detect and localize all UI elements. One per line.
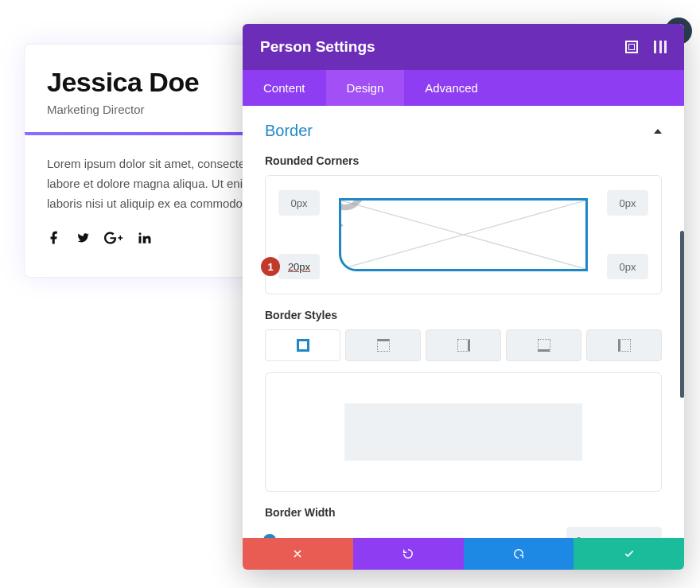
annotation-badge-1: 1 (261, 257, 280, 276)
border-style-right[interactable] (426, 329, 501, 361)
panel-title: Person Settings (260, 38, 375, 56)
square-right-icon (457, 339, 470, 352)
square-left-icon (618, 339, 631, 352)
facebook-icon[interactable] (47, 231, 61, 245)
rounded-corners-label: Rounded Corners (265, 154, 662, 167)
panel-tabs: Content Design Advanced (243, 70, 684, 106)
corners-preview[interactable] (339, 198, 588, 271)
cancel-button[interactable] (243, 538, 353, 570)
chevron-up-icon (654, 129, 662, 134)
panel-body: Border Rounded Corners 0px 0px 20px 0px … (243, 106, 684, 538)
check-icon (624, 548, 635, 559)
corner-bottom-right-input[interactable]: 0px (607, 254, 648, 279)
link-icon (339, 198, 464, 235)
border-width-label: Border Width (265, 506, 662, 519)
settings-panel: Person Settings Content Design Advanced … (243, 24, 684, 570)
border-style-all[interactable] (265, 329, 340, 361)
border-style-bottom[interactable] (506, 329, 581, 361)
border-style-preview-inner (344, 403, 581, 460)
twitter-icon[interactable] (76, 231, 90, 245)
square-top-icon (377, 339, 390, 352)
close-icon (292, 548, 303, 559)
border-width-input[interactable]: 0px (566, 527, 662, 538)
border-style-preview (265, 372, 662, 492)
square-bottom-icon (538, 339, 550, 352)
scrollbar-thumb[interactable] (680, 231, 684, 398)
redo-icon (513, 548, 524, 559)
border-style-top[interactable] (345, 329, 421, 361)
expand-icon[interactable] (625, 41, 638, 53)
undo-icon (402, 548, 414, 559)
section-border-title: Border (265, 122, 313, 140)
corner-top-left-input[interactable]: 0px (278, 190, 320, 216)
corner-bottom-left-input[interactable]: 20px (278, 254, 320, 279)
rounded-corners-control: 0px 0px 20px 0px 1 (265, 175, 662, 294)
tab-advanced[interactable]: Advanced (404, 70, 499, 106)
tab-content[interactable]: Content (243, 70, 326, 106)
square-all-icon (297, 339, 309, 352)
google-plus-icon[interactable] (104, 231, 123, 245)
border-style-left[interactable] (586, 329, 662, 361)
linkedin-icon[interactable] (138, 231, 152, 245)
drag-handle-icon[interactable] (654, 41, 667, 53)
corner-top-right-input[interactable]: 0px (607, 190, 648, 216)
panel-action-bar (243, 538, 684, 570)
border-style-buttons (265, 329, 662, 361)
section-border-toggle[interactable]: Border (265, 122, 662, 140)
save-button[interactable] (574, 538, 684, 570)
slider-thumb[interactable] (263, 534, 276, 538)
redo-button[interactable] (464, 538, 574, 570)
border-width-control: 0px (265, 527, 662, 538)
undo-button[interactable] (353, 538, 464, 570)
border-styles-label: Border Styles (265, 309, 662, 321)
tab-design[interactable]: Design (326, 70, 405, 106)
panel-header: Person Settings (243, 24, 684, 70)
